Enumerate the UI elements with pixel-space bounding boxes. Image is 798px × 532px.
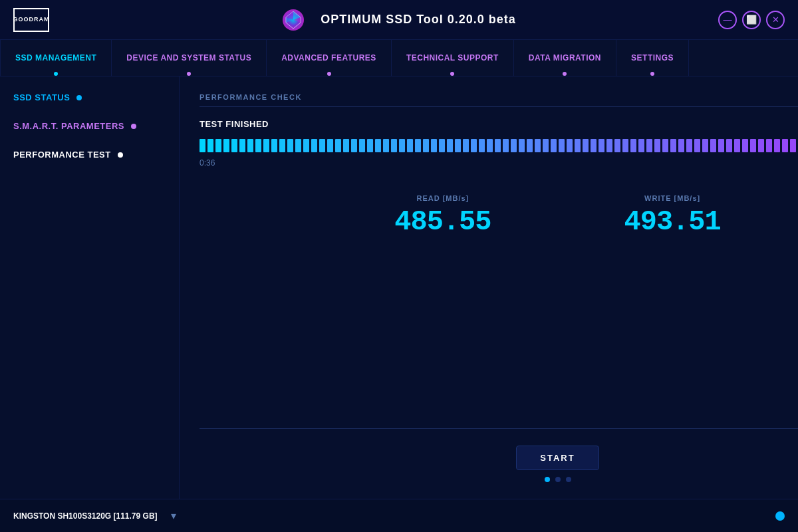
progress-segment (670, 139, 676, 152)
progress-segment (415, 139, 421, 152)
progress-segment (654, 139, 660, 152)
sidebar-item-smart[interactable]: S.M.A.R.T. PARAMETERS (0, 112, 179, 140)
progress-segment (598, 139, 604, 152)
progress-segment (535, 139, 541, 152)
titlebar: GOOD RAM OPTIMUM SSD Tool 0.20.0 beta — … (0, 0, 798, 40)
progress-segment (583, 139, 589, 152)
performance-dot (118, 152, 123, 158)
progress-segment (335, 139, 341, 152)
progress-segment (734, 139, 740, 152)
app-title-area: OPTIMUM SSD Tool 0.20.0 beta (282, 9, 516, 31)
app-logo: GOOD RAM (13, 8, 49, 32)
progress-segment (766, 139, 772, 152)
progress-segment (423, 139, 429, 152)
smart-dot (131, 124, 136, 129)
progress-segment (782, 139, 788, 152)
write-label: WRITE [MB/s] (624, 194, 721, 202)
close-button[interactable]: ✕ (766, 11, 785, 29)
progress-segment (527, 139, 533, 152)
minimize-button[interactable]: — (718, 11, 737, 29)
progress-segment (487, 139, 493, 152)
progress-segment (431, 139, 437, 152)
nav-technical-support[interactable]: TECHNICAL SUPPORT (392, 40, 514, 76)
nav-settings[interactable]: SETTINGS (616, 40, 689, 76)
progress-segment (383, 139, 389, 152)
progress-segment (255, 139, 261, 152)
content-area: PERFORMANCE CHECK TEST FINISHED 100% 0:3… (180, 76, 798, 499)
divider-bottom (200, 428, 798, 429)
progress-segment (718, 139, 724, 152)
statusbar-left: KINGSTON SH100S3120G [111.79 GB] ▾ (13, 508, 182, 524)
progress-segment (567, 139, 573, 152)
sidebar-item-performance[interactable]: PERFORMANCE TEST (0, 140, 179, 169)
progress-segment (614, 139, 620, 152)
progress-times: 0:36 0:00 (200, 158, 798, 168)
progress-segment (638, 139, 644, 152)
progress-segment (543, 139, 549, 152)
progress-segment (239, 139, 245, 152)
progress-segment (319, 139, 325, 152)
progress-segment (375, 139, 381, 152)
progress-segment (591, 139, 597, 152)
progress-segment (287, 139, 293, 152)
progress-segment (774, 139, 780, 152)
progress-segment (439, 139, 445, 152)
nav-advanced-features[interactable]: ADVANCED FEATURES (267, 40, 392, 76)
progress-segment (351, 139, 357, 152)
progress-segment (463, 139, 469, 152)
write-value: 493.51 (624, 206, 721, 238)
window-controls: — ⬜ ✕ (718, 11, 785, 29)
device-name: KINGSTON SH100S3120G [111.79 GB] (13, 511, 158, 521)
sidebar: SSD STATUS S.M.A.R.T. PARAMETERS PERFORM… (0, 76, 180, 499)
progress-segment (223, 139, 229, 152)
maximize-button[interactable]: ⬜ (742, 11, 761, 29)
progress-segment (327, 139, 333, 152)
nav-device-status[interactable]: DEVICE AND SYSTEM STATUS (112, 40, 267, 76)
start-area: START (200, 415, 798, 482)
dots-indicator (545, 477, 571, 482)
app-icon (282, 9, 305, 31)
progress-segment (630, 139, 636, 152)
progress-segment (606, 139, 612, 152)
progress-segment (359, 139, 365, 152)
nav-ssd-management[interactable]: SSD MANAGEMENT (0, 40, 112, 76)
test-status: TEST FINISHED (200, 119, 798, 129)
read-value: 485.55 (394, 206, 491, 238)
progress-segment (231, 139, 237, 152)
progress-segment (686, 139, 692, 152)
progress-segment (367, 139, 373, 152)
progress-segment (551, 139, 557, 152)
progress-segment (391, 139, 397, 152)
progress-segment (200, 139, 205, 152)
progress-segment (710, 139, 716, 152)
progress-segment (622, 139, 628, 152)
progress-segment (750, 139, 756, 152)
progress-segment (495, 139, 501, 152)
section-title: PERFORMANCE CHECK (200, 93, 798, 101)
device-dropdown-button[interactable]: ▾ (166, 508, 182, 524)
progress-segment (511, 139, 517, 152)
start-button[interactable]: START (516, 446, 598, 470)
progress-segment (678, 139, 684, 152)
progress-segment (575, 139, 581, 152)
nav-data-migration[interactable]: DATA MIGRATION (514, 40, 616, 76)
progress-segment (247, 139, 253, 152)
indicator-dot-3 (566, 477, 571, 482)
progress-segment (726, 139, 732, 152)
progress-segment (447, 139, 453, 152)
progress-segment (646, 139, 652, 152)
progress-segment (295, 139, 301, 152)
progress-segment (343, 139, 349, 152)
metrics-row: READ [MB/s] 485.55 WRITE [MB/s] 493.51 (200, 194, 798, 238)
progress-segment (215, 139, 221, 152)
goodram-brand: GOOD RAM (13, 8, 49, 32)
progress-segment (742, 139, 748, 152)
sidebar-item-ssd-status[interactable]: SSD STATUS (0, 83, 179, 112)
read-label: READ [MB/s] (394, 194, 491, 202)
progress-segment (303, 139, 309, 152)
progress-segment (503, 139, 509, 152)
progress-segment (279, 139, 285, 152)
status-dot (775, 511, 785, 521)
time-elapsed: 0:36 (200, 158, 215, 168)
navbar: SSD MANAGEMENT DEVICE AND SYSTEM STATUS … (0, 40, 798, 76)
